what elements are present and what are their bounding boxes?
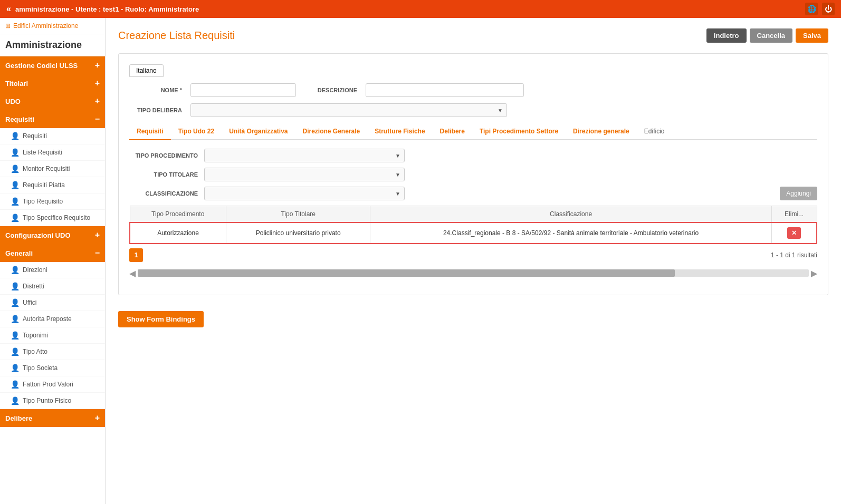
scroll-right-arrow[interactable]: ▶ xyxy=(811,268,817,278)
tab-delibere[interactable]: Delibere xyxy=(433,123,472,140)
data-table: Tipo Procedimento Tipo Titolare Classifi… xyxy=(129,206,817,244)
sidebar-item-tipo-requisito[interactable]: 👤 Tipo Requisito xyxy=(0,193,105,210)
nome-row: NOME * DESCRIZIONE xyxy=(129,83,817,97)
person-icon-11: 👤 xyxy=(11,331,20,340)
sidebar-item-uffici-label: Uffici xyxy=(23,299,36,306)
tipo-proc-select[interactable] xyxy=(204,149,405,162)
sidebar-item-requisiti-label: Requisiti xyxy=(23,132,47,140)
sidebar-item-tipo-punto[interactable]: 👤 Tipo Punto Fisico xyxy=(0,393,105,409)
aggiungi-button[interactable]: Aggiungi xyxy=(780,187,817,200)
tab-tipi-proc[interactable]: Tipi Procedimento Settore xyxy=(472,123,566,140)
section-udo-label: UDO xyxy=(5,98,21,105)
sidebar-item-requisiti-piatta[interactable]: 👤 Requisiti Piatta xyxy=(0,177,105,193)
horizontal-scrollbar[interactable] xyxy=(138,269,809,277)
lang-tab[interactable]: Italiano xyxy=(129,64,164,77)
section-titolari-label: Titolari xyxy=(5,80,28,88)
section-udo-toggle: + xyxy=(95,96,100,106)
person-icon-5: 👤 xyxy=(11,197,20,206)
sidebar-item-distretti[interactable]: 👤 Distretti xyxy=(0,278,105,295)
edifici-icon: ⊞ xyxy=(5,22,11,30)
tab-direzione-gen[interactable]: Direzione Generale xyxy=(295,123,367,140)
tab-strutture[interactable]: Strutture Fisiche xyxy=(367,123,432,140)
sidebar-item-liste-requisiti[interactable]: 👤 Liste Requisiti xyxy=(0,144,105,161)
back-arrow-icon[interactable]: « xyxy=(6,4,11,14)
sidebar-section-gestione[interactable]: Gestione Codici ULSS + xyxy=(0,56,105,74)
tipo-proc-row: TIPO PROCEDIMENTO xyxy=(129,149,817,162)
person-icon-14: 👤 xyxy=(11,380,20,389)
top-bar-left: « amministrazione - Utente : test1 - Ruo… xyxy=(6,4,199,14)
sidebar-item-fattori-label: Fattori Prod Valori xyxy=(23,381,73,388)
table-head: Tipo Procedimento Tipo Titolare Classifi… xyxy=(130,206,817,223)
descrizione-input[interactable] xyxy=(366,83,524,97)
tab-direzione-gen2[interactable]: Direzione generale xyxy=(566,123,637,140)
tabs-row: Requisiti Tipo Udo 22 Unità Organizzativ… xyxy=(129,123,817,140)
sidebar-item-monitor-label: Monitor Requisiti xyxy=(23,165,70,172)
person-icon-13: 👤 xyxy=(11,364,20,372)
section-gestione-toggle: + xyxy=(95,61,100,70)
delete-row-button[interactable]: ✕ xyxy=(787,227,801,239)
cancel-button[interactable]: Cancella xyxy=(750,28,792,43)
page-header: Creazione Lista Requisiti Indietro Cance… xyxy=(118,28,828,43)
page-1-button[interactable]: 1 xyxy=(129,248,143,262)
save-button[interactable]: Salva xyxy=(796,28,828,43)
tipo-proc-label: TIPO PROCEDIMENTO xyxy=(129,152,198,159)
person-icon-6: 👤 xyxy=(11,214,20,222)
tipo-titolare-label: TIPO TITOLARE xyxy=(129,171,198,178)
sidebar-item-uffici[interactable]: 👤 Uffici xyxy=(0,295,105,311)
sidebar-item-tipo-atto[interactable]: 👤 Tipo Atto xyxy=(0,344,105,360)
tipo-titolare-select[interactable] xyxy=(204,168,405,181)
sidebar-section-requisiti[interactable]: Requisiti − xyxy=(0,110,105,128)
sidebar-brand: Amministrazione xyxy=(0,34,105,56)
person-icon-15: 👤 xyxy=(11,396,20,405)
col-tipo-proc: Tipo Procedimento xyxy=(130,206,226,223)
sidebar-item-requisiti[interactable]: 👤 Requisiti xyxy=(0,128,105,144)
result-count: 1 - 1 di 1 risultati xyxy=(771,251,817,259)
sidebar-section-titolari[interactable]: Titolari + xyxy=(0,74,105,92)
sidebar-item-liste-label: Liste Requisiti xyxy=(23,149,62,156)
back-button[interactable]: Indietro xyxy=(706,28,747,43)
sidebar-item-toponimi-label: Toponimi xyxy=(23,332,48,339)
section-generali-label: Generali xyxy=(5,249,33,257)
sidebar-item-autorita-label: Autorita Preposte xyxy=(23,315,72,323)
person-icon-9: 👤 xyxy=(11,298,20,307)
tipo-delibera-row: TIPO DELIBERA xyxy=(129,103,817,117)
sidebar-section-generali[interactable]: Generali − xyxy=(0,244,105,262)
tab-requisiti[interactable]: Requisiti xyxy=(129,123,171,140)
nome-input[interactable] xyxy=(190,83,296,97)
tipo-delibera-wrapper xyxy=(190,103,507,117)
tab-unita-org[interactable]: Unità Organizzativa xyxy=(222,123,295,140)
sidebar: ⊞ Edifici Amministrazione Amministrazion… xyxy=(0,18,106,504)
globe-icon[interactable]: 🌐 xyxy=(805,3,818,15)
tipo-delibera-select[interactable] xyxy=(190,103,507,117)
tab-tipo-udo[interactable]: Tipo Udo 22 xyxy=(171,123,222,140)
scroll-left-arrow[interactable]: ◀ xyxy=(129,268,136,278)
sidebar-item-tipo-spec-label: Tipo Specifico Requisito xyxy=(23,214,90,221)
sidebar-item-direzioni-label: Direzioni xyxy=(23,266,47,274)
table-wrapper: Tipo Procedimento Tipo Titolare Classifi… xyxy=(129,206,817,244)
sidebar-edifici[interactable]: ⊞ Edifici Amministrazione xyxy=(0,18,105,34)
show-form-bindings-button[interactable]: Show Form Bindings xyxy=(118,311,204,327)
sidebar-item-monitor-requisiti[interactable]: 👤 Monitor Requisiti xyxy=(0,161,105,177)
tab-edificio[interactable]: Edificio xyxy=(637,123,672,139)
cell-tipo-proc: Autorizzazione xyxy=(130,222,226,244)
cell-delete: ✕ xyxy=(771,222,817,244)
section-gestione-label: Gestione Codici ULSS xyxy=(5,62,78,70)
top-bar: « amministrazione - Utente : test1 - Ruo… xyxy=(0,0,841,18)
section-generali-toggle: − xyxy=(95,248,100,258)
edifici-label: Edifici Amministrazione xyxy=(13,22,78,30)
sidebar-section-config-udo[interactable]: Configurazioni UDO + xyxy=(0,226,105,244)
sidebar-item-direzioni[interactable]: 👤 Direzioni xyxy=(0,262,105,278)
power-icon[interactable]: ⏻ xyxy=(822,3,835,15)
sidebar-section-delibere[interactable]: Delibere + xyxy=(0,409,105,427)
sidebar-item-autorita[interactable]: 👤 Autorita Preposte xyxy=(0,311,105,327)
classificazione-select[interactable] xyxy=(204,187,405,200)
person-icon-4: 👤 xyxy=(11,181,20,189)
sidebar-item-tipo-specifico[interactable]: 👤 Tipo Specifico Requisito xyxy=(0,210,105,226)
table-row: Autorizzazione Policlinico universitario… xyxy=(130,222,817,244)
sidebar-item-toponimi[interactable]: 👤 Toponimi xyxy=(0,327,105,344)
tipo-delibera-label: TIPO DELIBERA xyxy=(129,107,182,113)
sidebar-section-udo[interactable]: UDO + xyxy=(0,92,105,110)
sidebar-item-fattori[interactable]: 👤 Fattori Prod Valori xyxy=(0,376,105,393)
sidebar-item-tipo-req-label: Tipo Requisito xyxy=(23,198,63,205)
sidebar-item-tipo-societa[interactable]: 👤 Tipo Societa xyxy=(0,360,105,376)
